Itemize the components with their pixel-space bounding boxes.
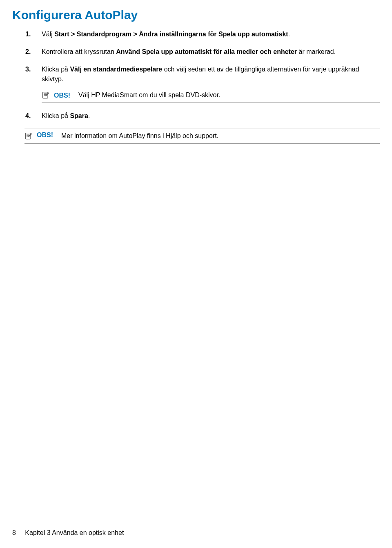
- step-text-bold: Välj en standardmediespelare: [70, 66, 162, 73]
- step-text-pre: Klicka på: [42, 66, 70, 73]
- step-text-bold: Spara: [70, 112, 88, 119]
- step-number: 4.: [25, 111, 31, 120]
- step-text-bold: Start > Standardprogram > Ändra inställn…: [54, 31, 288, 38]
- step-number: 1.: [25, 29, 31, 39]
- note-inner: OBS! Välj HP MediaSmart om du vill spela…: [42, 88, 380, 103]
- footer-page-number: 8: [12, 529, 16, 536]
- note-outer-row: OBS! Mer information om AutoPlay finns i…: [24, 131, 380, 140]
- step-text-pre: Klicka på: [42, 112, 70, 119]
- step-text-post: .: [88, 112, 90, 119]
- step-text-pre: Välj: [42, 31, 54, 38]
- note-text: Välj HP MediaSmart om du vill spela DVD-…: [78, 91, 220, 100]
- note-outer: OBS! Mer information om AutoPlay finns i…: [24, 129, 380, 143]
- note-label: OBS!: [37, 131, 53, 139]
- page-content: Konfigurera AutoPlay 1. Välj Start > Sta…: [0, 0, 392, 144]
- step-1: 1. Välj Start > Standardprogram > Ändra …: [42, 29, 380, 39]
- note-text: Mer information om AutoPlay finns i Hjäl…: [61, 131, 218, 140]
- step-text-pre: Kontrollera att kryssrutan: [42, 48, 116, 55]
- step-number: 3.: [25, 65, 31, 74]
- step-text-post: .: [288, 31, 290, 38]
- step-4: 4. Klicka på Spara.: [42, 111, 380, 120]
- step-3: 3. Klicka på Välj en standardmediespelar…: [42, 65, 380, 103]
- step-2: 2. Kontrollera att kryssrutan Använd Spe…: [42, 47, 380, 56]
- step-number: 2.: [25, 47, 31, 56]
- step-text-bold: Använd Spela upp automatiskt för alla me…: [116, 48, 297, 55]
- footer-chapter: Kapitel 3 Använda en optisk enhet: [25, 529, 124, 536]
- steps-list: 1. Välj Start > Standardprogram > Ändra …: [12, 29, 380, 120]
- step-text-post: är markerad.: [297, 48, 336, 55]
- note-inner-row: OBS! Välj HP MediaSmart om du vill spela…: [42, 91, 380, 100]
- note-label: OBS!: [54, 91, 70, 100]
- page-title: Konfigurera AutoPlay: [12, 8, 380, 22]
- note-icon: [42, 91, 50, 99]
- note-icon: [24, 132, 33, 140]
- page-footer: 8 Kapitel 3 Använda en optisk enhet: [12, 529, 124, 537]
